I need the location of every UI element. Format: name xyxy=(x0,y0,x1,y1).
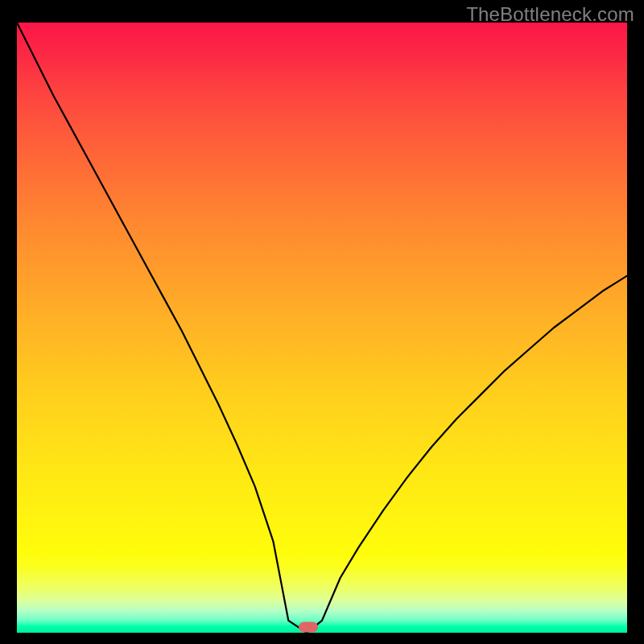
chart-frame: TheBottleneck.com xyxy=(0,0,644,644)
plot-area xyxy=(17,23,627,633)
optimum-marker xyxy=(299,622,318,633)
curve-svg xyxy=(17,23,627,633)
bottleneck-curve xyxy=(17,23,627,633)
